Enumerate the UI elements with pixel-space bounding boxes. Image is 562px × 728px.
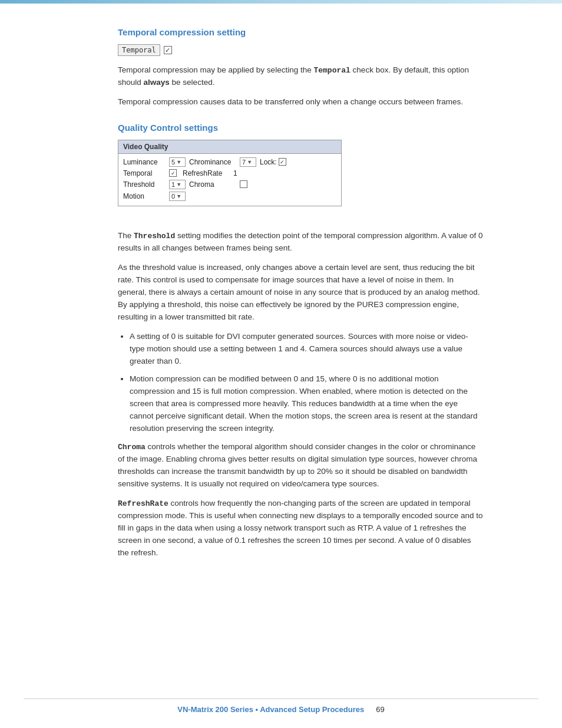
chrominance-dropdown[interactable]: 7▼ [240,157,256,167]
video-quality-table: Video Quality Luminance 5▼ Chrominance 7… [118,140,342,206]
quality-control-section: Quality Control settings Video Quality L… [118,123,483,218]
refreshrate-label: RefreshRate [183,169,230,177]
section1-para1: Temporal compression may be applied by s… [118,64,483,89]
section1-para2: Temporal compression causes data to be t… [118,96,483,108]
threshold-label: Threshold [123,180,166,189]
motion-dropdown[interactable]: 0▼ [169,192,186,201]
temporal-row-label: Temporal [123,169,166,177]
threshold-para2: As the threshold value is increased, onl… [118,262,483,324]
refreshrate-para: RefreshRate controls how frequently the … [118,498,483,559]
chroma-checkbox[interactable] [240,180,247,188]
page-content: Temporal compression setting Temporal ✓ … [0,4,530,602]
table-row: Temporal ✓ RefreshRate 1 [123,168,336,179]
lock-checkbox[interactable]: ✓ [279,158,286,166]
chrominance-label: Chrominance [189,158,236,166]
table-row: Luminance 5▼ Chrominance 7▼ Lock: ✓ [123,156,336,168]
table-row: Motion 0▼ [123,190,336,202]
luminance-dropdown[interactable]: 5▼ [169,157,186,167]
threshold-para1: The Threshold setting modifies the detec… [118,230,483,255]
bullet-list: A setting of 0 is suitable for DVI compu… [130,331,483,435]
vq-table-header: Video Quality [118,140,341,154]
refreshrate-value: 1 [233,169,237,177]
luminance-label: Luminance [123,158,166,166]
footer-title: VN-Matrix 200 Series • Advanced Setup Pr… [177,705,364,714]
list-item: A setting of 0 is suitable for DVI compu… [130,331,483,368]
threshold-dropdown[interactable]: 1▼ [169,180,186,189]
chroma-para: Chroma controls whether the temporal alg… [118,441,483,490]
motion-label: Motion [123,192,166,200]
chroma-label: Chroma [189,180,236,189]
lock-label: Lock: ✓ [260,158,286,166]
footer-page: 69 [376,705,384,714]
temporal-label: Temporal [118,44,160,56]
section1-title: Temporal compression setting [118,27,483,37]
list-item: Motion compression can be modified betwe… [130,373,483,435]
table-row: Threshold 1▼ Chroma [123,179,336,190]
temporal-row-checkbox[interactable]: ✓ [169,169,177,177]
section2-title: Quality Control settings [118,123,483,133]
temporal-checkbox[interactable]: ✓ [164,46,172,54]
temporal-checkbox-row: Temporal ✓ [118,44,483,56]
vq-table-body: Luminance 5▼ Chrominance 7▼ Lock: ✓ Temp… [118,154,341,206]
page-footer: VN-Matrix 200 Series • Advanced Setup Pr… [24,699,538,714]
